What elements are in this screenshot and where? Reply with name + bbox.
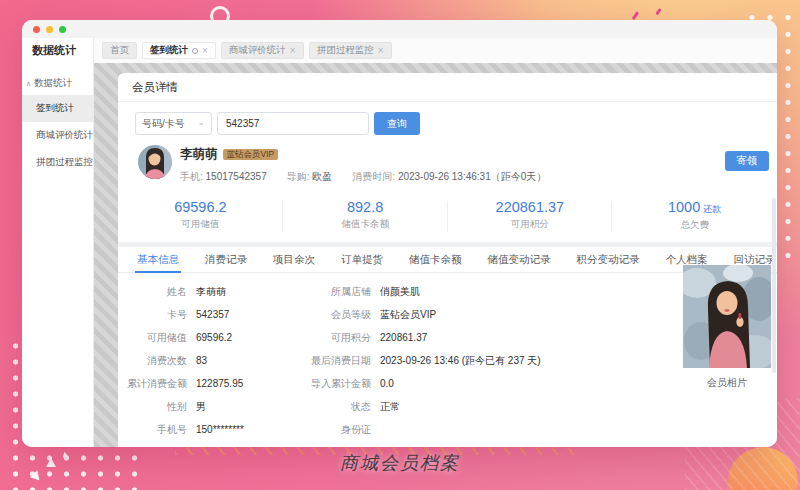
tab-signin-stats[interactable]: 签到统计 × (142, 42, 216, 59)
close-window-button[interactable] (33, 26, 40, 33)
sidebar-group-data-stats[interactable]: ∧ 数据统计 (22, 72, 93, 95)
form-row-stored-value: 可用储值69596.2 (118, 331, 276, 354)
background: 数据统计 ∧ 数据统计 签到统计 商城评价统计 拼团过程监控 首页 签到统计 (0, 0, 800, 490)
member-phone: 手机: 15017542357 (180, 170, 267, 184)
form-row-birthday: 生日 (118, 446, 276, 447)
chevron-up-icon: ∧ (26, 80, 31, 87)
member-guide: 导购: 欧盈 (287, 170, 333, 184)
detail-tab-points-changes[interactable]: 积分变动记录 (564, 247, 653, 272)
form-row-status: 状态正常 (276, 400, 616, 423)
close-tab-icon[interactable]: × (290, 46, 296, 56)
stat-stored-card-balance: 892.8 储值卡余额 (283, 197, 448, 236)
panel-title: 会员详情 (118, 73, 777, 102)
tab-groupbuy-monitor[interactable]: 拼团过程监控 × (309, 42, 392, 59)
detail-tab-bar: 基本信息 消费记录 项目余次 订单提货 储值卡余额 储值变动记录 积分变动记录 … (118, 247, 777, 273)
search-input[interactable] (217, 112, 369, 135)
search-row: 号码/卡号 ⌄ 查询 (135, 112, 763, 135)
member-stats: 69596.2 可用储值 892.8 储值卡余额 220861.37 可用积分 (118, 197, 777, 236)
member-summary: 李萌萌 蓝钻会员VIP 手机: 15017542357 导购: 欧盈 消费时间:… (138, 145, 763, 184)
slash-decoration (632, 11, 639, 20)
member-photo (683, 265, 771, 368)
minimize-window-button[interactable] (46, 26, 53, 33)
form-row-card-no: 卡号542357 (118, 308, 276, 331)
stat-total-arrears: 1000还款 总欠费 (612, 197, 777, 236)
detail-tab-consume-records[interactable]: 消费记录 (192, 247, 260, 272)
content-area: 会员详情 号码/卡号 ⌄ 查询 (94, 63, 777, 447)
sidebar-group-label: 数据统计 (34, 77, 72, 90)
form-row-points: 可用积分220861.37 (276, 331, 616, 354)
detail-tab-stored-card-balance[interactable]: 储值卡余额 (396, 247, 475, 272)
page-caption: 商城会员档案 (0, 451, 800, 475)
member-photo-caption: 会员相片 (683, 376, 771, 390)
form-row-last-consume-date: 最后消费日期2023-09-26 13:46 (距今已有 237 天) (276, 354, 616, 377)
form-row-expiry-date: 到期日期永久有效 (276, 446, 616, 447)
close-tab-icon[interactable]: × (378, 46, 384, 56)
tab-home[interactable]: 首页 (102, 42, 137, 59)
form-row-total-consume: 累计消费金额122875.95 (118, 377, 276, 400)
form-row-imported-total: 导入累计金额0.0 (276, 377, 616, 400)
stat-available-points: 220861.37 可用积分 (448, 197, 613, 236)
search-field-select[interactable]: 号码/卡号 ⌄ (135, 112, 212, 135)
detail-tab-stored-value-changes[interactable]: 储值变动记录 (475, 247, 564, 272)
app-window: 数据统计 ∧ 数据统计 签到统计 商城评价统计 拼团过程监控 首页 签到统计 (22, 20, 777, 447)
form-row-store: 所属店铺俏颜美肌 (276, 285, 616, 308)
chevron-down-icon: ⌄ (197, 118, 205, 127)
loading-circle-icon (192, 48, 198, 54)
sidebar: 数据统计 ∧ 数据统计 签到统计 商城评价统计 拼团过程监控 (22, 38, 94, 447)
query-button[interactable]: 查询 (374, 112, 420, 135)
sidebar-item-signin-stats[interactable]: 签到统计 (22, 95, 93, 122)
close-tab-icon[interactable]: × (202, 46, 208, 56)
basic-info-form: 姓名李萌萌 卡号542357 可用储值69596.2 消费次数83 累计消费金额… (118, 273, 777, 447)
select-value: 号码/卡号 (142, 117, 185, 131)
repay-link[interactable]: 还款 (703, 204, 721, 214)
slash-decoration (655, 8, 661, 15)
sidebar-item-mall-review-stats[interactable]: 商城评价统计 (22, 122, 93, 149)
member-avatar (138, 145, 172, 179)
form-row-consume-count: 消费次数83 (118, 354, 276, 377)
panel-scrollbar[interactable] (772, 198, 776, 373)
member-name: 李萌萌 (180, 146, 218, 163)
detail-tab-order-pickup[interactable]: 订单提货 (328, 247, 396, 272)
stat-available-stored-value: 69596.2 可用储值 (118, 197, 283, 236)
form-row-name: 姓名李萌萌 (118, 285, 276, 308)
detail-tab-basic-info[interactable]: 基本信息 (124, 247, 192, 272)
member-photo-box: 会员相片 (683, 265, 771, 390)
vip-level-badge: 蓝钻会员VIP (223, 149, 279, 161)
form-row-phone: 手机号150******** (118, 423, 276, 446)
form-row-id-card: 身份证 (276, 423, 616, 446)
form-row-gender: 性别男 (118, 400, 276, 423)
window-titlebar (22, 20, 777, 38)
member-detail-panel: 会员详情 号码/卡号 ⌄ 查询 (118, 73, 777, 447)
form-row-member-level: 会员等级蓝钻会员VIP (276, 308, 616, 331)
tab-mall-review-stats[interactable]: 商城评价统计 × (221, 42, 304, 59)
detail-tab-project-times[interactable]: 项目余次 (260, 247, 328, 272)
sidebar-item-groupbuy-monitor[interactable]: 拼团过程监控 (22, 149, 93, 176)
member-last-consume-time: 消费时间: 2023-09-26 13:46:31（距今0天） (352, 170, 546, 184)
tab-bar: 首页 签到统计 × 商城评价统计 × 拼团过程监控 × (94, 38, 777, 63)
maximize-window-button[interactable] (59, 26, 66, 33)
deposit-claim-button[interactable]: 寄领 (725, 151, 769, 171)
sidebar-title: 数据统计 (22, 38, 93, 58)
